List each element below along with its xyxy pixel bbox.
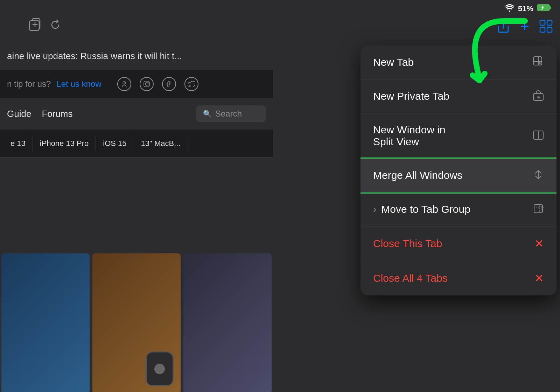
svg-rect-3 [540,20,545,25]
move-tab-group-left: › Move to Tab Group [373,203,470,215]
new-tab-icon [533,56,544,69]
nav-forums[interactable]: Forums [42,108,72,119]
share-button[interactable] [496,19,510,34]
image-1 [1,253,90,392]
battery-percent: 51% [518,4,533,13]
menu-item-split-view[interactable]: New Window inSplit View [360,113,556,159]
image-2 [92,253,181,392]
tab-item-1[interactable]: iPhone 13 Pro [33,135,96,152]
menu-item-close-all-tabs[interactable]: Close All 4 Tabs ✕ [360,261,556,295]
battery-icon [537,4,552,14]
headline-bar: aine live updates: Russia warns it will … [0,42,273,70]
menu-item-move-tab-group[interactable]: › Move to Tab Group [360,192,556,226]
menu-item-merge-windows[interactable]: Merge All Windows [360,159,556,192]
merge-windows-label: Merge All Windows [373,169,462,181]
toolbar-left-area [21,10,245,42]
nav-guide[interactable]: Guide [7,108,31,119]
svg-point-11 [148,82,149,83]
instagram-icon[interactable] [140,77,154,91]
tip-text: n tip for us? [7,79,51,89]
new-private-tab-icon [533,90,544,103]
dropdown-menu: New Tab New Private Tab New Window inSpl… [360,46,556,295]
bottom-images [0,252,273,392]
close-all-tabs-label: Close All 4 Tabs [373,272,448,284]
move-tab-group-label: Move to Tab Group [381,203,470,215]
tab-bar: e 13 iPhone 13 Pro iOS 15 13" MacB... [0,130,273,158]
svg-point-8 [124,83,125,84]
image-3 [183,253,272,392]
search-box[interactable]: 🔍 Search [196,105,266,122]
svg-rect-6 [547,27,552,32]
svg-rect-18 [534,204,542,213]
tab-group-icon [533,203,544,216]
twitter-icon[interactable] [184,77,198,91]
new-tab-button[interactable]: + [520,18,529,35]
close-tab-label: Close This Tab [373,238,442,250]
split-view-icon [533,130,544,142]
wifi-icon [505,4,514,14]
close-all-tabs-icon: ✕ [534,272,544,285]
close-tab-icon: ✕ [534,237,544,250]
nav-bar: Guide Forums 🔍 Search [0,98,273,130]
social-icons [117,77,198,91]
tab-icon[interactable] [28,18,42,35]
svg-rect-4 [547,20,552,25]
tip-link[interactable]: Let us know [56,79,101,89]
svg-rect-2 [29,21,39,30]
merge-icon [533,169,544,182]
tab-item-0[interactable]: e 13 [4,135,33,152]
tab-grid-button[interactable] [539,19,553,33]
reload-icon[interactable] [49,19,62,34]
facebook-icon[interactable] [162,77,176,91]
menu-item-close-tab[interactable]: Close This Tab ✕ [360,226,556,261]
podcast-icon[interactable] [117,77,131,91]
tab-item-2[interactable]: iOS 15 [96,135,134,152]
new-private-tab-label: New Private Tab [373,90,449,102]
search-icon: 🔍 [203,110,212,118]
chevron-right-icon: › [373,204,376,215]
svg-rect-1 [550,6,551,9]
tab-item-3[interactable]: 13" MacB... [134,135,188,152]
menu-item-new-private-tab[interactable]: New Private Tab [360,79,556,113]
svg-point-10 [145,83,148,85]
status-bar: 51% [455,0,560,18]
svg-rect-5 [540,27,545,32]
search-text: Search [215,109,242,119]
new-tab-label: New Tab [373,56,414,68]
headline-text: aine live updates: Russia warns it will … [7,51,182,62]
split-view-label: New Window inSplit View [373,124,446,148]
tip-bar: n tip for us? Let us know [0,70,273,98]
svg-rect-15 [537,96,540,98]
menu-item-new-tab[interactable]: New Tab [360,46,556,79]
